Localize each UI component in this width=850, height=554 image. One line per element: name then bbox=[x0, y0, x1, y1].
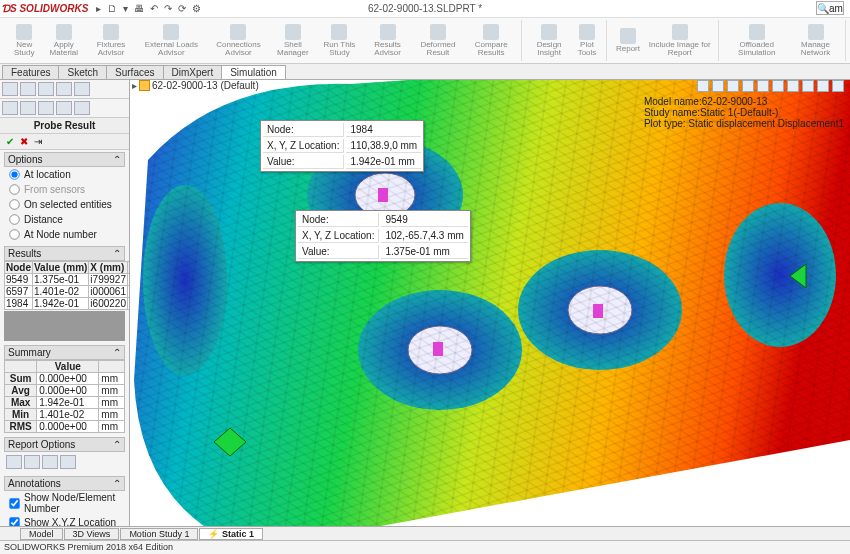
ribbon-icon bbox=[808, 24, 824, 40]
bottom-tab-static-[interactable]: ⚡ Static 1 bbox=[199, 528, 263, 540]
bottom-tab-model[interactable]: Model bbox=[20, 528, 63, 540]
summary-row: Min1.401e-02mm bbox=[5, 409, 125, 421]
tab-simulation[interactable]: Simulation bbox=[221, 65, 286, 79]
report-options-header[interactable]: Report Options⌃ bbox=[4, 437, 125, 452]
zoom-area-icon[interactable] bbox=[712, 80, 724, 92]
annotations-header[interactable]: Annotations⌃ bbox=[4, 476, 125, 491]
ribbon-fixtures-advisorbutton[interactable]: Fixtures Advisor bbox=[87, 20, 135, 61]
annotation-show-node-element-number[interactable]: Show Node/Element Number bbox=[4, 491, 125, 515]
option-radio[interactable] bbox=[9, 199, 19, 209]
display-tab-icon[interactable] bbox=[74, 82, 90, 96]
tab-surfaces[interactable]: Surfaces bbox=[106, 65, 163, 79]
ribbon-manage-networkbutton[interactable]: Manage Network bbox=[790, 20, 841, 61]
ribbon-label: Include Image for Report bbox=[645, 41, 715, 57]
edit-appearance-icon[interactable] bbox=[802, 80, 814, 92]
ribbon-offloaded-simulationbutton[interactable]: Offloaded Simulation bbox=[725, 20, 788, 61]
dimxpert-tab-icon[interactable] bbox=[56, 82, 72, 96]
solidworks-logo: ƊS SOLIDWORKS bbox=[2, 3, 88, 14]
option-radio[interactable] bbox=[9, 229, 19, 239]
option-radio[interactable] bbox=[9, 169, 19, 179]
bottom-tab-motion-study-[interactable]: Motion Study 1 bbox=[120, 528, 198, 540]
ribbon-icon bbox=[430, 24, 446, 40]
display-style-icon[interactable] bbox=[772, 80, 784, 92]
probe-callout-1[interactable]: Node:9549X, Y, Z Location:102,-65.7,4.3 … bbox=[295, 210, 471, 262]
ribbon-design-insightbutton[interactable]: Design Insight bbox=[528, 20, 570, 61]
tab-dimxpert[interactable]: DimXpert bbox=[163, 65, 223, 79]
results-row[interactable]: 95491.375e-01i799927i3996 bbox=[5, 274, 131, 286]
title-bar: ƊS SOLIDWORKS ▸ 🗋 ▾ 🖶 ↶ ↷ ⟳ ⚙ 62-02-9000… bbox=[0, 0, 850, 18]
qa-options-icon[interactable]: ⚙ bbox=[192, 3, 201, 14]
ribbon-results-advisorbutton[interactable]: Results Advisor bbox=[364, 20, 410, 61]
ribbon-icon bbox=[483, 24, 499, 40]
qa-redo-icon[interactable]: ↷ bbox=[164, 3, 172, 14]
graphics-viewport[interactable]: ▸ 62-02-9000-13 (Default) Model name:62-… bbox=[130, 80, 850, 540]
option-radio[interactable] bbox=[9, 184, 19, 194]
ribbon-plot-toolsbutton[interactable]: Plot Tools bbox=[572, 20, 602, 61]
section-view-icon[interactable] bbox=[742, 80, 754, 92]
option-radio[interactable] bbox=[9, 214, 19, 224]
ribbon-connections-advisorbutton[interactable]: Connections Advisor bbox=[208, 20, 269, 61]
pin-button-icon[interactable]: ⇥ bbox=[34, 136, 42, 147]
option-at-location[interactable]: At location bbox=[4, 167, 125, 182]
ribbon-reportbutton[interactable]: Report bbox=[613, 20, 643, 61]
summary-table: Value Sum0.000e+00mmAvg0.000e+00mmMax1.9… bbox=[4, 360, 125, 433]
ribbon-compare-resultsbutton[interactable]: Compare Results bbox=[465, 20, 517, 61]
option-distance[interactable]: Distance bbox=[4, 212, 125, 227]
config-tab-icon[interactable] bbox=[38, 82, 54, 96]
results-section-header[interactable]: Results⌃ bbox=[4, 246, 125, 261]
probe-callout-0[interactable]: Node:1984X, Y, Z Location:110,38.9,0 mmV… bbox=[260, 120, 424, 172]
property-manager-tab-icon[interactable] bbox=[20, 82, 36, 96]
view-orientation-icon[interactable] bbox=[757, 80, 769, 92]
zoom-fit-icon[interactable] bbox=[697, 80, 709, 92]
option-at-node-number[interactable]: At Node number bbox=[4, 227, 125, 242]
tab-features[interactable]: Features bbox=[2, 65, 59, 79]
bottom-tab--d-views[interactable]: 3D Views bbox=[64, 528, 120, 540]
ribbon-run-this-studybutton[interactable]: Run This Study bbox=[317, 20, 363, 61]
search-box[interactable]: 🔍am bbox=[816, 1, 844, 15]
tab-sketch[interactable]: Sketch bbox=[58, 65, 107, 79]
annotation-checkbox[interactable] bbox=[9, 498, 19, 508]
option-from-sensors[interactable]: From sensors bbox=[4, 182, 125, 197]
ribbon-include-image-for-reportbutton[interactable]: Include Image for Report bbox=[645, 20, 715, 61]
qa-rebuild-icon[interactable]: ⟳ bbox=[178, 3, 186, 14]
options-section-header[interactable]: Options⌃ bbox=[4, 152, 125, 167]
results-row[interactable]: 19841.942e-01i600220i0001 bbox=[5, 298, 131, 310]
apply-scene-icon[interactable] bbox=[817, 80, 829, 92]
sub-icon-4[interactable] bbox=[56, 101, 72, 115]
sub-icon-3[interactable] bbox=[38, 101, 54, 115]
summary-section-header[interactable]: Summary⌃ bbox=[4, 345, 125, 360]
flyout-tree-header[interactable]: ▸ 62-02-9000-13 (Default) bbox=[132, 80, 259, 91]
summary-row: Sum0.000e+00mm bbox=[5, 373, 125, 385]
ribbon-label: Deformed Result bbox=[413, 41, 463, 57]
ok-button-icon[interactable]: ✔ bbox=[6, 136, 14, 147]
ribbon-apply-materialbutton[interactable]: Apply Material bbox=[43, 20, 86, 61]
option-label: From sensors bbox=[24, 184, 85, 195]
feature-tree-tab-icon[interactable] bbox=[2, 82, 18, 96]
ribbon-external-loads-advisorbutton[interactable]: External Loads Advisor bbox=[137, 20, 206, 61]
ribbon-shell-managerbutton[interactable]: Shell Manager bbox=[271, 20, 314, 61]
cancel-button-icon[interactable]: ✖ bbox=[20, 136, 28, 147]
prev-view-icon[interactable] bbox=[727, 80, 739, 92]
ribbon-deformed-resultbutton[interactable]: Deformed Result bbox=[413, 20, 463, 61]
qa-new-icon[interactable]: ▸ bbox=[96, 3, 101, 14]
report-icon-2[interactable] bbox=[24, 455, 40, 469]
hide-show-icon[interactable] bbox=[787, 80, 799, 92]
sub-icon-5[interactable] bbox=[74, 101, 90, 115]
qa-open-icon[interactable]: 🗋 bbox=[107, 3, 117, 14]
report-icon-4[interactable] bbox=[60, 455, 76, 469]
sub-icon-1[interactable] bbox=[2, 101, 18, 115]
results-row[interactable]: 65971.401e-02i000061i5453 bbox=[5, 286, 131, 298]
qa-print-icon[interactable]: 🖶 bbox=[134, 3, 144, 14]
ribbon-label: Apply Material bbox=[43, 41, 86, 57]
option-on-selected-entities[interactable]: On selected entities bbox=[4, 197, 125, 212]
plot-info-block: Model name:62-02-9000-13 Study name:Stat… bbox=[644, 96, 844, 129]
report-icon-3[interactable] bbox=[42, 455, 58, 469]
report-icon-1[interactable] bbox=[6, 455, 22, 469]
view-settings-icon[interactable] bbox=[832, 80, 844, 92]
ribbon-icon bbox=[230, 24, 246, 40]
ribbon-icon bbox=[56, 24, 72, 40]
sub-icon-2[interactable] bbox=[20, 101, 36, 115]
qa-undo-icon[interactable]: ↶ bbox=[150, 3, 158, 14]
qa-save-icon[interactable]: ▾ bbox=[123, 3, 128, 14]
ribbon-new-studybutton[interactable]: New Study bbox=[8, 20, 41, 61]
